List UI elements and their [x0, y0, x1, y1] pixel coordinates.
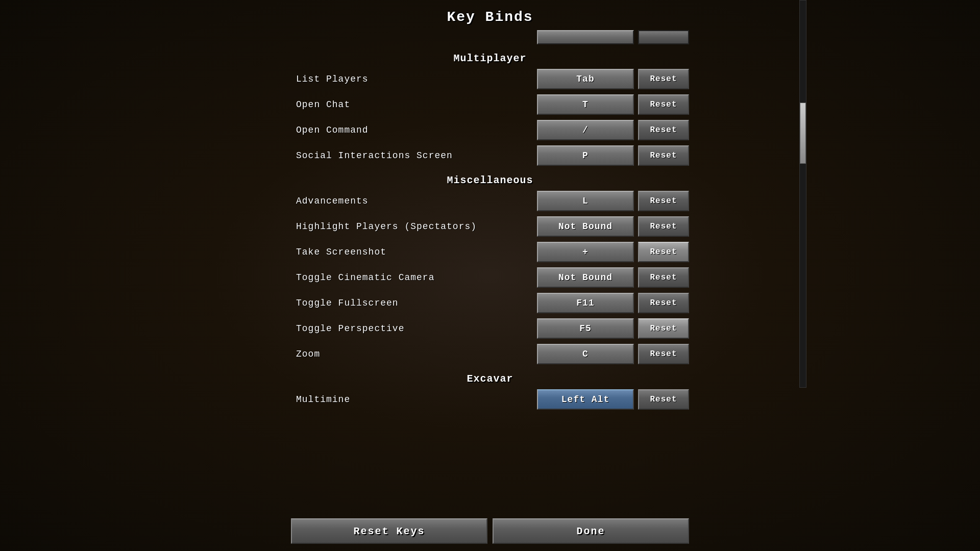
table-row: Highlight Players (Spectators) Not Bound…: [291, 215, 689, 238]
content-wrapper: Multiplayer List Players Tab Reset Open …: [291, 47, 689, 413]
table-row: Take Screenshot + Reset: [291, 240, 689, 264]
binding-label-open-command: Open Command: [291, 125, 537, 135]
binding-label-take-screenshot: Take Screenshot: [291, 247, 537, 257]
table-row: Advancements L Reset: [291, 189, 689, 213]
reset-button-zoom[interactable]: Reset: [638, 344, 689, 364]
bottom-buttons: Reset Keys Done: [291, 511, 689, 551]
page-title: Key Binds: [447, 0, 533, 30]
scrollbar-thumb[interactable]: [800, 103, 806, 164]
binding-label-advancements: Advancements: [291, 196, 537, 206]
binding-label-highlight-players: Highlight Players (Spectators): [291, 221, 537, 232]
table-row: Multimine Left Alt Reset: [291, 388, 689, 411]
partial-reset-btn: [638, 30, 689, 44]
table-row: Toggle Fullscreen F11 Reset: [291, 291, 689, 315]
reset-button-multimine[interactable]: Reset: [638, 389, 689, 410]
table-row: Open Command / Reset: [291, 118, 689, 142]
reset-button-open-command[interactable]: Reset: [638, 120, 689, 140]
reset-button-list-players[interactable]: Reset: [638, 69, 689, 89]
key-button-list-players[interactable]: Tab: [537, 69, 634, 89]
binding-label-toggle-fullscreen: Toggle Fullscreen: [291, 298, 537, 308]
reset-button-advancements[interactable]: Reset: [638, 191, 689, 211]
section-miscellaneous: Miscellaneous: [447, 174, 533, 186]
reset-button-open-chat[interactable]: Reset: [638, 94, 689, 115]
table-row: Zoom C Reset: [291, 342, 689, 366]
binding-label-toggle-cinematic: Toggle Cinematic Camera: [291, 272, 537, 283]
key-button-zoom[interactable]: C: [537, 344, 634, 364]
reset-button-take-screenshot[interactable]: Reset: [638, 242, 689, 262]
key-button-toggle-cinematic[interactable]: Not Bound: [537, 267, 634, 288]
section-multiplayer: Multiplayer: [453, 53, 526, 64]
key-button-multimine[interactable]: Left Alt: [537, 389, 634, 410]
table-row: List Players Tab Reset: [291, 67, 689, 91]
key-button-social-interactions[interactable]: P: [537, 145, 634, 166]
binding-label-open-chat: Open Chat: [291, 99, 537, 110]
key-button-toggle-perspective[interactable]: F5: [537, 318, 634, 339]
key-button-open-chat[interactable]: T: [537, 94, 634, 115]
binding-label-multimine: Multimine: [291, 394, 537, 405]
reset-button-toggle-fullscreen[interactable]: Reset: [638, 293, 689, 313]
keybinds-scroll-area: Multiplayer List Players Tab Reset Open …: [291, 30, 689, 489]
reset-button-toggle-perspective[interactable]: Reset: [638, 318, 689, 339]
reset-keys-button[interactable]: Reset Keys: [291, 518, 487, 544]
binding-label-zoom: Zoom: [291, 349, 537, 359]
reset-button-highlight-players[interactable]: Reset: [638, 216, 689, 237]
partial-key-btn: [537, 30, 634, 44]
top-partial-row: [291, 30, 689, 44]
scrollbar-track: [799, 0, 806, 388]
key-button-open-command[interactable]: /: [537, 120, 634, 140]
table-row: Toggle Cinematic Camera Not Bound Reset: [291, 266, 689, 289]
binding-label-list-players: List Players: [291, 74, 537, 84]
done-button[interactable]: Done: [493, 518, 689, 544]
table-row: Open Chat T Reset: [291, 93, 689, 116]
key-button-advancements[interactable]: L: [537, 191, 634, 211]
table-row: Social Interactions Screen P Reset: [291, 144, 689, 167]
reset-button-social-interactions[interactable]: Reset: [638, 145, 689, 166]
binding-label-social-interactions: Social Interactions Screen: [291, 151, 537, 161]
key-button-toggle-fullscreen[interactable]: F11: [537, 293, 634, 313]
binding-label-toggle-perspective: Toggle Perspective: [291, 323, 537, 334]
section-excavar: Excavar: [467, 373, 513, 385]
table-row: Toggle Perspective F5 Reset: [291, 317, 689, 340]
key-button-highlight-players[interactable]: Not Bound: [537, 216, 634, 237]
key-button-take-screenshot[interactable]: +: [537, 242, 634, 262]
reset-button-toggle-cinematic[interactable]: Reset: [638, 267, 689, 288]
